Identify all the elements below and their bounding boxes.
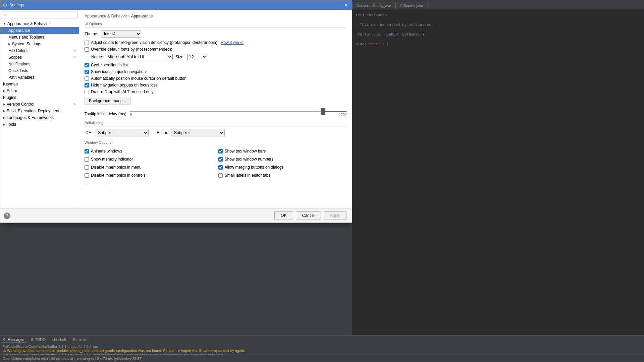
sidebar-item-label: Languages & Frameworks [7, 115, 54, 120]
hide-nav-row: Hide navigation popups on focus loss [85, 83, 346, 87]
animate-windows-checkbox[interactable] [85, 149, 89, 154]
background-image-button[interactable]: Background Image... [85, 97, 130, 105]
show-tool-bars-label[interactable]: Show tool window bars [225, 149, 266, 154]
how-it-works-link[interactable]: How it works [221, 40, 244, 45]
expand-icon: ▶ [3, 123, 5, 126]
code-spacer [356, 27, 641, 32]
close-button[interactable]: ✕ [343, 2, 349, 8]
settings-dialog: ⚙ Settings ✕ ▼ Appearance & Behavior App… [0, 0, 352, 223]
antialiasing-label: Antialiasing [85, 121, 346, 126]
tab-converter-config[interactable]: ConverterConfig.java [352, 2, 395, 9]
sidebar-item-appearance[interactable]: Appearance [0, 27, 79, 34]
hide-nav-label[interactable]: Hide navigation popups on focus loss [91, 83, 158, 87]
sidebar-item-editor[interactable]: ▶ Editor [0, 87, 79, 94]
theme-label: Theme: [85, 32, 98, 36]
override-fonts-label[interactable]: Override default fonts by (not recommend… [91, 47, 172, 52]
tab-todo[interactable]: 6: TODO [29, 337, 48, 343]
disable-mnemonics-menu-label[interactable]: Disable mnemonics in menu [91, 165, 142, 170]
sidebar-item-languages-frameworks[interactable]: ▶ Languages & Frameworks [0, 114, 79, 121]
sidebar-item-label: Plugins [3, 95, 16, 100]
small-labels-label[interactable]: Small labels in editor tabs [225, 173, 271, 178]
cyclic-scroll-label[interactable]: Cyclic scrolling in list [91, 63, 128, 67]
disable-mnemonics-menu-checkbox[interactable] [85, 165, 89, 170]
adjust-colors-row: Adjust colors for red-green vision defic… [85, 40, 346, 45]
allow-merging-label[interactable]: Allow merging buttons on dialogs [225, 165, 284, 170]
slider-max: 1200 [339, 113, 346, 117]
override-fonts-checkbox[interactable] [85, 47, 89, 52]
editor-aa-select[interactable]: Subpixel Greyscale None [171, 129, 225, 136]
show-memory-checkbox[interactable] [85, 157, 89, 162]
cancel-button[interactable]: Cancel [296, 211, 321, 220]
sidebar-item-version-control[interactable]: ▶ Version Control ✎ [0, 101, 79, 108]
sidebar-item-file-colors[interactable]: File Colors ✎ [0, 47, 79, 54]
sidebar-item-appearance-behavior[interactable]: ▼ Appearance & Behavior [0, 20, 79, 27]
slider-min: 0 [130, 113, 132, 117]
sidebar-item-menus-toolbars[interactable]: Menus and Toolbars [0, 34, 79, 41]
auto-position-label[interactable]: Automatically position mouse cursor on d… [91, 76, 186, 81]
sidebar-item-keymap[interactable]: Keymap [0, 81, 79, 87]
dialog-body: ▼ Appearance & Behavior Appearance Menus… [0, 10, 352, 208]
allow-merging-checkbox[interactable] [218, 165, 223, 170]
sidebar-item-system-settings[interactable]: ▶ System Settings [0, 41, 79, 47]
allow-merging-row: Allow merging buttons on dialogs [218, 165, 347, 170]
tab-terminal[interactable]: Terminal [70, 337, 89, 343]
adjust-colors-label[interactable]: Adjust colors for red-green vision defic… [91, 40, 217, 45]
cyclic-scroll-row: Cyclic scrolling in list [85, 63, 346, 67]
expand-icon: ▶ [3, 89, 5, 93]
ide-aa-select[interactable]: Subpixel Greyscale None [95, 129, 149, 136]
sidebar-item-label: Notifications [8, 62, 30, 66]
ui-options-label: UI Options [85, 22, 346, 27]
disable-mnemonics-controls-checkbox[interactable] [85, 173, 89, 178]
sidebar-item-build-execution[interactable]: ▶ Build, Execution, Deployment [0, 108, 79, 114]
antialiasing-row: IDE: Subpixel Greyscale None Editor: Sub… [85, 129, 346, 136]
small-labels-checkbox[interactable] [218, 173, 223, 178]
apply-button[interactable]: Apply [324, 211, 346, 220]
sidebar-item-tools[interactable]: ▶ Tools [0, 121, 79, 128]
tab-label: Sender.java [404, 4, 423, 8]
expand-icon: ▶ [3, 116, 5, 119]
show-tool-numbers-checkbox[interactable] [218, 157, 223, 162]
help-button[interactable]: ? [4, 213, 10, 219]
show-icons-checkbox[interactable] [85, 70, 89, 74]
font-size-select[interactable]: 12 11 13 14 [187, 54, 207, 60]
tab-label: Terminal [72, 338, 87, 342]
sidebar-item-quick-lists[interactable]: Quick Lists [0, 67, 79, 74]
edit-icon: ✎ [73, 103, 76, 106]
drag-drop-label[interactable]: Drag-n-Drop with ALT pressed only [91, 89, 153, 94]
sidebar-item-plugins[interactable]: Plugins [0, 94, 79, 101]
warning-text: Warning: Unable to make the module: clie… [7, 349, 245, 353]
tab-icon: C [400, 4, 402, 8]
ok-button[interactable]: OK [274, 211, 293, 220]
tooltip-slider[interactable] [130, 111, 346, 112]
hide-nav-checkbox[interactable] [85, 83, 89, 87]
tab-sender[interactable]: C Sender.java [395, 2, 427, 9]
editor-code: ter) instances. . This can be called by … [352, 9, 644, 50]
tab-messages[interactable]: 0: Messages [1, 337, 26, 343]
sidebar-item-path-variables[interactable]: Path Variables [0, 74, 79, 81]
expand-icon: ▼ [3, 22, 6, 25]
editor-tabs: ConverterConfig.java C Sender.java [352, 0, 644, 9]
sidebar-item-label: Build, Execution, Deployment [7, 109, 59, 113]
auto-position-checkbox[interactable] [85, 76, 89, 81]
sidebar-item-notifications[interactable]: Notifications [0, 61, 79, 67]
search-input[interactable] [2, 11, 77, 18]
adjust-colors-checkbox[interactable] [85, 41, 89, 45]
show-icons-label[interactable]: Show icons in quick navigation [91, 69, 146, 74]
show-tool-numbers-label[interactable]: Show tool window numbers [225, 157, 274, 162]
tooltip-slider-container: 0 1200 [130, 111, 346, 117]
animate-windows-label[interactable]: Animate windows [91, 149, 122, 154]
disable-mnemonics-controls-row: Disable mnemonics in controls [85, 173, 213, 178]
tab-sbt[interactable]: sbt shell [50, 337, 68, 343]
disable-mnemonics-controls-label[interactable]: Disable mnemonics in controls [91, 173, 146, 178]
font-name-select[interactable]: Microsoft YaHei UI [106, 54, 173, 60]
font-size-label: Size: [175, 55, 184, 59]
sidebar-item-scopes[interactable]: Scopes ✎ [0, 54, 79, 61]
show-memory-label[interactable]: Show memory indicator [91, 157, 133, 162]
theme-select[interactable]: IntelliJ Darcula High contrast [101, 30, 141, 38]
status-bar: Compilation completed with 100 errors an… [0, 355, 644, 362]
sidebar-item-label: Version Control [7, 102, 34, 107]
show-tool-bars-checkbox[interactable] [218, 149, 223, 154]
drag-drop-checkbox[interactable] [85, 90, 89, 94]
cyclic-scroll-checkbox[interactable] [85, 63, 89, 67]
divider-right: — [102, 182, 106, 186]
